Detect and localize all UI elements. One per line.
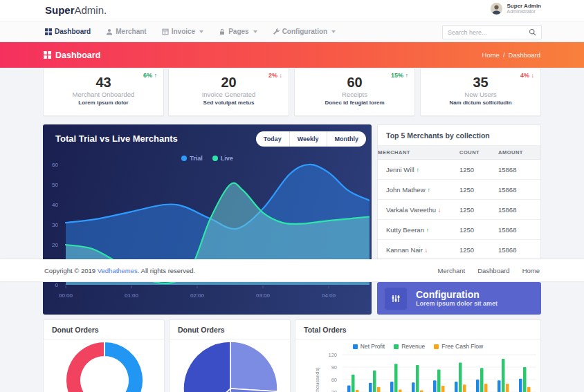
table-row: Kutty Beeran ↑ 1250 15868 [378, 220, 540, 240]
nav-item-invoice[interactable]: Invoice [162, 28, 203, 35]
trend-arrow-icon: ↓ [438, 206, 441, 214]
user-name: Super Admin [507, 3, 541, 9]
table-row: Jenni Will ↑ 1250 15868 [378, 160, 540, 180]
sliders-icon [385, 288, 407, 310]
page-title-wrap: Dashboard [44, 50, 100, 60]
trend-arrow-icon: ↓ [531, 72, 535, 79]
svg-text:60: 60 [331, 377, 337, 383]
card-title: Donut Orders [44, 320, 164, 339]
stat-card-new-users: 4% ↓ 35 New Users Nam dictum sollicitudi… [420, 68, 541, 116]
breadcrumb-separator: / [503, 51, 505, 59]
stat-trend: 2% ↓ [268, 72, 282, 79]
nav-item-dashboard[interactable]: Dashboard [45, 28, 91, 35]
user-menu[interactable]: Super Admin Administrator [491, 3, 541, 15]
breadcrumb-home[interactable]: Home [482, 51, 500, 59]
svg-text:01:00: 01:00 [125, 292, 139, 299]
donut-chart [44, 339, 165, 392]
grid-icon [44, 51, 51, 59]
table-row: Kannan Nair ↓ 1250 15868 [378, 240, 540, 259]
breadcrumb: Home / Dashboard [482, 51, 540, 59]
trend-arrow-icon: ↑ [426, 226, 430, 234]
table-title: Top 5 Merchants by collection [378, 125, 540, 146]
dashboard-screen: SuperAdmin. Super Admin Administrator Da… [0, 0, 584, 392]
stat-label: Invoice Generated [169, 91, 289, 98]
wrench-icon [273, 28, 280, 35]
svg-text:02:00: 02:00 [190, 292, 205, 299]
svg-text:00:00: 00:00 [59, 292, 73, 299]
area-chart-plot: 6050403020000:0001:0002:0003:0004:00 [43, 124, 372, 315]
table-header-row: MERCHANT COUNT AMOUNT [378, 146, 540, 160]
trend-arrow-icon: ↑ [154, 72, 158, 79]
app-header: SuperAdmin. Super Admin Administrator [0, 0, 584, 21]
config-card-subtitle: Lorem ipsum dolor sit amet [416, 300, 498, 307]
donut-orders-card-2: Donut Orders [169, 319, 291, 392]
app-logo[interactable]: SuperAdmin. [45, 4, 107, 16]
stat-subtext: Donec id feugiat lorem [295, 100, 414, 106]
footer-links: Merchant Dashboard Home [438, 267, 540, 274]
footer: Copyright © 2019 Vedhathemes. All rights… [0, 259, 584, 282]
trial-vs-live-chart-card: Total Trial vs Live Merchants Today Week… [43, 124, 372, 315]
nav-item-label: Invoice [172, 28, 195, 35]
nav-item-merchant[interactable]: Merchant [106, 28, 146, 35]
stat-trend: 15% ↑ [391, 72, 408, 79]
svg-text:40: 40 [52, 202, 58, 208]
trend-arrow-icon: ↑ [405, 72, 409, 79]
lock-icon [219, 28, 226, 35]
table-row: John Mathew ↑ 1250 15868 [378, 180, 540, 200]
total-orders-card: Total Orders Net Profit Revenue Free Cas… [295, 319, 541, 392]
svg-text:0: 0 [55, 282, 59, 288]
card-title: Total Orders [295, 320, 540, 339]
grid-icon [45, 28, 52, 35]
stat-trend: 6% ↑ [143, 72, 157, 79]
col-merchant: MERCHANT [378, 146, 459, 159]
nav-item-configuration[interactable]: Configuration [273, 28, 336, 35]
chevron-down-icon [331, 30, 336, 33]
svg-text:50: 50 [52, 182, 58, 188]
user-role: Administrator [507, 9, 541, 15]
svg-text:60: 60 [52, 162, 58, 168]
net-profit-legend-swatch [353, 344, 358, 349]
col-amount: AMOUNT [498, 146, 540, 159]
person-icon [106, 28, 113, 35]
stat-trend: 4% ↓ [520, 72, 534, 79]
pie-chart [170, 339, 291, 392]
donut-orders-card-1: Donut Orders [43, 319, 165, 392]
card-title: Donut Orders [170, 320, 290, 339]
search-box [442, 25, 542, 39]
avatar [491, 3, 502, 15]
stat-subtext: Lorem ipsum dolor [44, 100, 163, 106]
copyright-text: Copyright © 2019 Vedhathemes. All rights… [44, 267, 195, 274]
nav-item-label: Pages [228, 28, 248, 35]
vedhathemes-link[interactable]: Vedhathemes [98, 267, 138, 274]
configuration-shortcut-card[interactable]: Configuration Lorem ipsum dolor sit amet [377, 282, 541, 315]
nav-item-pages[interactable]: Pages [219, 28, 257, 35]
search-input[interactable] [448, 29, 529, 36]
logo-bold: Super [45, 4, 75, 16]
chevron-down-icon [253, 30, 257, 33]
legend-label: Free Cash Flow [441, 343, 483, 350]
legend-label: Revenue [401, 343, 425, 350]
trend-arrow-icon: ↑ [427, 186, 430, 194]
stat-card-receipts: 15% ↑ 60 Receipts Donec id feugiat lorem [294, 68, 415, 116]
nav-item-label: Merchant [116, 28, 146, 35]
stat-subtext: Sed volutpat metus [169, 100, 289, 106]
footer-link-dashboard[interactable]: Dashboard [477, 267, 509, 274]
col-count: COUNT [459, 146, 498, 159]
config-card-title: Configuration [416, 289, 498, 300]
trend-arrow-icon: ↑ [416, 166, 419, 174]
stat-label: New Users [421, 91, 540, 98]
stat-card-invoice-generated: 2% ↓ 20 Invoice Generated Sed volutpat m… [168, 68, 289, 116]
logo-light: Admin. [75, 4, 107, 16]
svg-text:03:00: 03:00 [256, 292, 271, 299]
search-icon[interactable] [529, 28, 536, 36]
svg-text:30: 30 [52, 222, 58, 228]
footer-link-home[interactable]: Home [522, 267, 540, 274]
footer-link-merchant[interactable]: Merchant [438, 267, 466, 274]
stat-label: Merchant Onboarded [44, 91, 163, 98]
stat-card-merchant-onboarded: 6% ↑ 43 Merchant Onboarded Lorem ipsum d… [43, 68, 164, 116]
free-cash-flow-legend-swatch [434, 344, 439, 349]
svg-text:20: 20 [52, 242, 58, 248]
svg-text:04:00: 04:00 [322, 292, 336, 299]
nav-item-label: Configuration [282, 28, 328, 35]
nav-item-label: Dashboard [55, 28, 91, 35]
